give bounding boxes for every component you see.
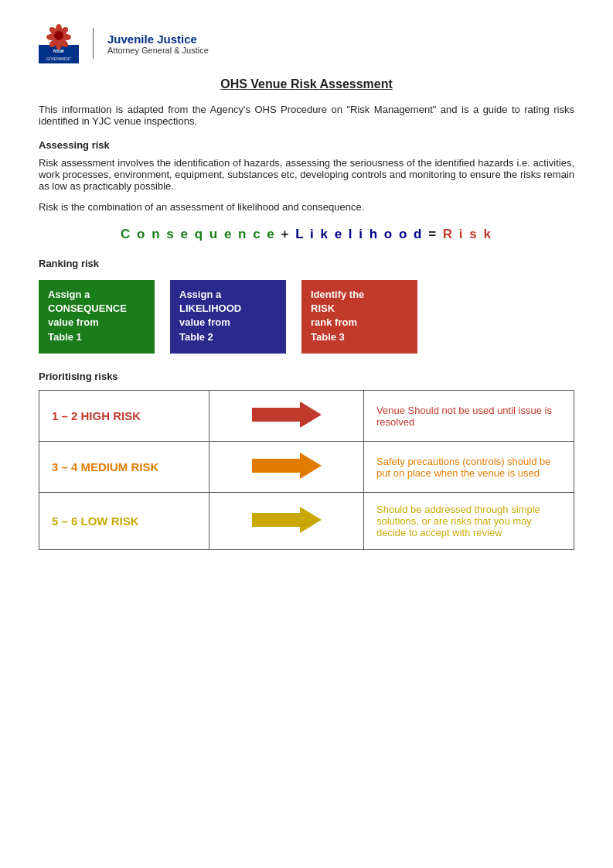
assessing-para2: Risk is the combination of an assessment…	[39, 201, 574, 213]
low-risk-action: Should be addressed through simple solut…	[364, 493, 574, 550]
assessing-para1: Risk assessment involves the identificat…	[39, 157, 574, 192]
formula: C o n s e q u e n c e + L i k e l i h o …	[39, 227, 574, 242]
logo-block: NSW GOVERNMENT Juvenile Justice	[39, 23, 209, 63]
page: NSW GOVERNMENT Juvenile Justice	[0, 0, 613, 868]
high-risk-arrow-cell	[209, 391, 364, 442]
arrow-head	[300, 402, 322, 428]
box2-line4: Table 2	[179, 330, 277, 344]
agency-top: Juvenile Justice	[107, 32, 209, 46]
box2-line2: LIKELIHOOD	[179, 302, 277, 316]
header: NSW GOVERNMENT Juvenile Justice	[39, 23, 574, 63]
page-title: OHS Venue Risk Assessment	[39, 77, 574, 91]
arrow-head	[300, 453, 322, 479]
medium-risk-label: 3 – 4 MEDIUM RISK	[39, 442, 209, 493]
box1-line1: Assign a	[48, 288, 145, 302]
high-risk-arrow	[252, 402, 322, 428]
assessing-heading: Assessing risk	[39, 139, 574, 151]
arrow-body	[252, 513, 306, 527]
formula-risk: R i s k	[443, 227, 492, 241]
formula-likelihood: L i k e l i h o o d	[295, 227, 423, 241]
logo-divider	[93, 28, 94, 59]
table-row: 3 – 4 MEDIUM RISK Safety precautions (co…	[39, 442, 574, 493]
box3-line1: Identify the	[311, 288, 408, 302]
medium-risk-arrow	[252, 453, 322, 479]
box3-line4: Table 3	[311, 330, 408, 344]
consequence-box: Assign a CONSEQUENCE value from Table 1	[39, 280, 155, 354]
box2-line1: Assign a	[179, 288, 277, 302]
agency-bottom: Attorney General & Justice	[107, 46, 209, 55]
boxes-row: Assign a CONSEQUENCE value from Table 1 …	[39, 280, 574, 354]
high-risk-label: 1 – 2 HIGH RISK	[39, 391, 209, 442]
risk-rank-box: Identify the RISK rank from Table 3	[301, 280, 417, 354]
medium-risk-action: Safety precautions (controls) should be …	[364, 442, 574, 493]
table-row: 5 – 6 LOW RISK Should be addressed throu…	[39, 493, 574, 550]
medium-risk-arrow-cell	[209, 442, 364, 493]
arrow-head	[300, 507, 322, 533]
box3-line2: RISK	[311, 302, 408, 316]
formula-plus: +	[281, 227, 296, 241]
prioritising-heading: Prioritising risks	[39, 371, 574, 382]
low-risk-arrow-cell	[209, 493, 364, 550]
formula-equals: =	[428, 227, 443, 241]
likelihood-box: Assign a LIKELIHOOD value from Table 2	[170, 280, 286, 354]
table-row: 1 – 2 HIGH RISK Venue Should not be used…	[39, 391, 574, 442]
box1-line3: value from	[48, 316, 145, 330]
box1-line4: Table 1	[48, 330, 145, 344]
high-risk-action: Venue Should not be used until issue is …	[364, 391, 574, 442]
intro-text: This information is adapted from the Age…	[39, 104, 574, 127]
low-risk-arrow	[252, 507, 322, 533]
ranking-heading: Ranking risk	[39, 258, 574, 269]
svg-text:GOVERNMENT: GOVERNMENT	[46, 57, 72, 61]
formula-consequence: C o n s e q u e n c e	[121, 227, 276, 241]
low-risk-label: 5 – 6 LOW RISK	[39, 493, 209, 550]
arrow-body	[252, 408, 306, 422]
agency-name: Juvenile Justice Attorney General & Just…	[107, 32, 209, 55]
priority-table: 1 – 2 HIGH RISK Venue Should not be used…	[39, 390, 574, 550]
nsw-logo-icon: NSW GOVERNMENT	[39, 23, 79, 63]
arrow-body	[252, 459, 306, 473]
box3-line3: rank from	[311, 316, 408, 330]
box2-line3: value from	[179, 316, 277, 330]
box1-line2: CONSEQUENCE	[48, 302, 145, 316]
svg-point-12	[54, 31, 63, 40]
